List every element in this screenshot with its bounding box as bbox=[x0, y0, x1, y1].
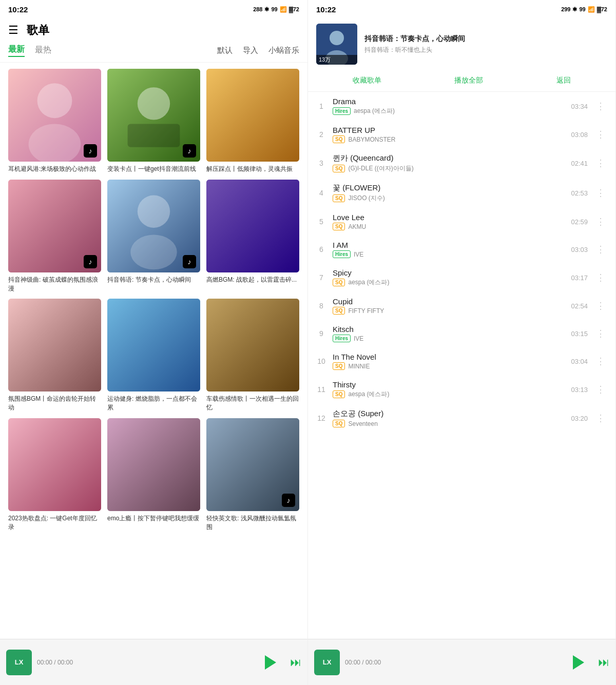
song-item[interactable]: 7SpicySQaespa (에스파)03:17⋮ bbox=[308, 263, 615, 292]
song-list: 1DramaHiresaespa (에스파)03:34⋮2BATTER UPSQ… bbox=[308, 92, 615, 639]
song-duration: 02:53 bbox=[571, 189, 588, 197]
play-all-button[interactable]: 播放全部 bbox=[450, 74, 487, 87]
playlist-thumb bbox=[206, 69, 299, 162]
song-item[interactable]: 6I AMHiresIVE03:03⋮ bbox=[308, 236, 615, 263]
playlist-item[interactable]: ♪抖音神级曲: 破茧成蝶的氛围感浪漫 bbox=[8, 180, 101, 293]
song-item[interactable]: 9KitschHiresIVE03:15⋮ bbox=[308, 320, 615, 347]
player-time-right: 00:00 / 00:00 bbox=[345, 659, 562, 666]
song-duration: 03:08 bbox=[571, 131, 588, 139]
song-item[interactable]: 8CupidSQFIFTY FIFTY02:54⋮ bbox=[308, 292, 615, 320]
playlist-thumb: ♪ bbox=[206, 418, 299, 511]
svg-point-1 bbox=[37, 83, 72, 118]
skip-icon-right[interactable]: ⏭ bbox=[598, 656, 609, 669]
song-title: Kitsch bbox=[333, 325, 565, 334]
song-artist: BABYMONSTER bbox=[348, 136, 395, 143]
play-button-right[interactable] bbox=[567, 651, 590, 674]
skip-icon-left[interactable]: ⏭ bbox=[290, 656, 301, 669]
song-more-button[interactable]: ⋮ bbox=[594, 413, 607, 424]
player-bar-right: LX 00:00 / 00:00 ⏭ bbox=[308, 639, 615, 685]
playlist-item[interactable]: ♪变装卡点丨一键get抖音潮流前线 bbox=[107, 69, 200, 173]
left-header: ☰ 歌单 bbox=[0, 18, 307, 42]
song-more-button[interactable]: ⋮ bbox=[594, 158, 607, 169]
song-duration: 03:20 bbox=[571, 415, 588, 422]
song-artist: JISOO (지수) bbox=[348, 194, 384, 203]
song-title: In The Novel bbox=[333, 353, 565, 361]
song-item[interactable]: 12손오공 (Super)SQSeventeen03:20⋮ bbox=[308, 404, 615, 433]
svg-rect-16 bbox=[107, 418, 200, 511]
song-meta: SQBABYMONSTER bbox=[333, 135, 565, 143]
playlist-item[interactable]: 氛围感BGM丨命运的齿轮开始转动 bbox=[8, 299, 101, 412]
song-quality-badge: SQ bbox=[333, 135, 345, 143]
playlist-item[interactable]: ♪耳机避风港:来场极致的心动作战 bbox=[8, 69, 101, 173]
song-more-button[interactable]: ⋮ bbox=[594, 216, 607, 227]
song-more-button[interactable]: ⋮ bbox=[594, 300, 607, 311]
song-details: DramaHiresaespa (에스파) bbox=[333, 97, 565, 115]
playlist-thumb bbox=[107, 418, 200, 511]
playlist-item[interactable]: ♪轻快英文歌: 浅风微醺拉动氤氲氛围 bbox=[206, 418, 299, 532]
svg-rect-14 bbox=[206, 299, 299, 392]
song-details: 손오공 (Super)SQSeventeen bbox=[333, 409, 565, 427]
song-more-button[interactable]: ⋮ bbox=[594, 384, 607, 395]
status-time-left: 10:22 bbox=[8, 5, 28, 14]
playlist-item[interactable]: 高燃BGM: 战歌起，以雷霆击碎... bbox=[206, 180, 299, 293]
playlist-label: 轻快英文歌: 浅风微醺拉动氤氲氛围 bbox=[206, 514, 299, 532]
playlist-item[interactable]: emo上瘾丨按下暂停键吧我想缓缓 bbox=[107, 418, 200, 532]
song-artist: MINNIE bbox=[348, 363, 370, 370]
svg-point-19 bbox=[330, 31, 344, 45]
playlist-label: 运动健身: 燃烧脂肪，一点都不会累 bbox=[107, 395, 200, 412]
playlist-item[interactable]: 2023热歌盘点: 一键Get年度回忆录 bbox=[8, 418, 101, 532]
playlist-label: 抖音神级曲: 破茧成蝶的氛围感浪漫 bbox=[8, 276, 101, 293]
playlist-item[interactable]: 运动健身: 燃烧脂肪，一点都不会累 bbox=[107, 299, 200, 412]
back-button[interactable]: 返回 bbox=[552, 74, 575, 87]
collect-playlist-button[interactable]: 收藏歌单 bbox=[349, 74, 386, 87]
svg-rect-5 bbox=[128, 124, 180, 147]
album-info: 抖音韩语：节奏卡点，心动瞬间 抖音韩语：听不懂也上头 bbox=[364, 34, 607, 54]
song-title: BATTER UP bbox=[333, 126, 565, 134]
song-duration: 02:59 bbox=[571, 218, 588, 226]
song-more-button[interactable]: ⋮ bbox=[594, 356, 607, 367]
playlist-item[interactable]: 解压踩点丨低频律动，灵魂共振 bbox=[206, 69, 299, 173]
song-item[interactable]: 3퀸카 (Queencard)SQ(G)I-DLE ((여자)아이들)02:41… bbox=[308, 148, 615, 178]
tiktok-watermark-icon: ♪ bbox=[84, 144, 97, 158]
song-item[interactable]: 11ThirstySQaespa (에스파)03:13⋮ bbox=[308, 375, 615, 404]
tabs-bar: 最新 最热 默认 导入 小蜗音乐 bbox=[0, 42, 307, 63]
tab-popular[interactable]: 最热 bbox=[35, 45, 51, 56]
playlist-item[interactable]: 车载伤感情歌丨一次相遇一生的回忆 bbox=[206, 299, 299, 412]
tab-newest[interactable]: 最新 bbox=[8, 44, 25, 57]
song-more-button[interactable]: ⋮ bbox=[594, 129, 607, 140]
playlist-actions: 收藏歌单 播放全部 返回 bbox=[308, 70, 615, 92]
song-item[interactable]: 1DramaHiresaespa (에스파)03:34⋮ bbox=[308, 92, 615, 121]
song-item[interactable]: 4꽃 (FLOWER)SQJISOO (지수)02:53⋮ bbox=[308, 178, 615, 208]
player-info-left: 00:00 / 00:00 bbox=[37, 659, 254, 666]
tab-action-import[interactable]: 导入 bbox=[243, 46, 258, 55]
playlist-thumb bbox=[107, 299, 200, 392]
song-details: Love LeeSQAKMU bbox=[333, 213, 565, 230]
play-button-left[interactable] bbox=[259, 651, 282, 674]
song-item[interactable]: 2BATTER UPSQBABYMONSTER03:08⋮ bbox=[308, 121, 615, 148]
song-quality-badge: SQ bbox=[333, 390, 345, 398]
svg-rect-15 bbox=[8, 418, 101, 511]
song-title: 퀸카 (Queencard) bbox=[333, 153, 565, 163]
song-more-button[interactable]: ⋮ bbox=[594, 244, 607, 255]
status-bar-left: 10:22 288 ✱ 99 📶 ▓72 bbox=[0, 0, 307, 18]
song-more-button[interactable]: ⋮ bbox=[594, 328, 607, 339]
song-duration: 03:03 bbox=[571, 246, 588, 253]
song-more-button[interactable]: ⋮ bbox=[594, 272, 607, 283]
song-more-button[interactable]: ⋮ bbox=[594, 101, 607, 112]
song-item[interactable]: 5Love LeeSQAKMU02:59⋮ bbox=[308, 208, 615, 236]
song-meta: SQaespa (에스파) bbox=[333, 390, 565, 399]
song-quality-badge: SQ bbox=[333, 307, 345, 315]
song-more-button[interactable]: ⋮ bbox=[594, 187, 607, 199]
song-duration: 03:13 bbox=[571, 386, 588, 394]
tab-action-xiaowo[interactable]: 小蜗音乐 bbox=[268, 46, 299, 55]
status-icons-left: 288 ✱ 99 📶 ▓72 bbox=[253, 6, 299, 13]
song-meta: SQ(G)I-DLE ((여자)아이들) bbox=[333, 164, 565, 173]
hamburger-icon[interactable]: ☰ bbox=[8, 24, 18, 37]
playlist-item[interactable]: ♪抖音韩语: 节奏卡点，心动瞬间 bbox=[107, 180, 200, 293]
song-item[interactable]: 10In The NovelSQMINNIE03:04⋮ bbox=[308, 347, 615, 375]
tab-action-default[interactable]: 默认 bbox=[217, 46, 233, 55]
song-number: 10 bbox=[316, 357, 326, 365]
play-triangle-icon bbox=[265, 655, 276, 670]
playlist-label: 耳机避风港:来场极致的心动作战 bbox=[8, 165, 101, 173]
svg-rect-11 bbox=[206, 180, 299, 272]
